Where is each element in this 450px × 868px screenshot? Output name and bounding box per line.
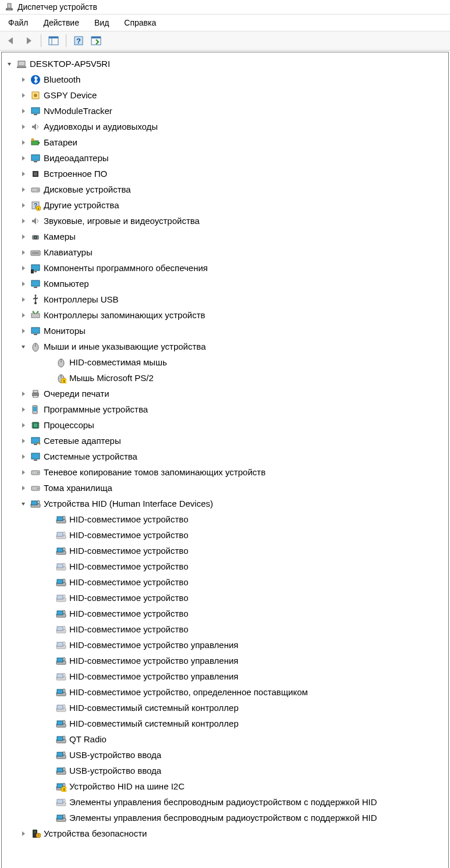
tree-device[interactable]: HID-совместимое устройство [3,543,447,558]
expander-icon[interactable] [20,831,30,837]
tree-category[interactable]: Компьютер [3,276,447,291]
tree-category[interactable]: Сетевые адаптеры [3,433,447,449]
tree-category[interactable]: Контроллеры запоминающих устройств [3,307,447,323]
expander-icon[interactable] [20,77,30,83]
tree-category[interactable]: Программные устройства [3,401,447,417]
tree-device[interactable]: HID-совместимое устройство [3,621,447,637]
tree-category[interactable]: Встроенное ПО [3,166,447,182]
tree-category[interactable]: Мыши и иные указывающие устройства [3,339,447,354]
tree-device[interactable]: Элементы управления беспроводным радиоус… [3,810,447,826]
menu-view[interactable]: Вид [92,17,111,29]
tree-category[interactable]: Устройства безопасности [3,826,447,841]
expander-icon[interactable] [20,391,30,397]
expander-icon[interactable] [20,344,30,350]
tree-category[interactable]: Контроллеры USB [3,291,447,307]
tree-device[interactable]: HID-совместимый системный контроллер [3,716,447,731]
expander-icon[interactable] [20,501,30,507]
hid-dim-icon [55,639,67,651]
tree-category[interactable]: Системные устройства [3,449,447,464]
tree-category[interactable]: NvModuleTracker [3,103,447,119]
expander-icon[interactable] [20,281,30,287]
tree-category[interactable]: Тома хранилища [3,480,447,496]
tree-category[interactable]: Теневое копирование томов запоминающих у… [3,464,447,480]
tree-device[interactable]: USB-устройство ввода [3,747,447,763]
tree-category[interactable]: Компоненты программного обеспечения [3,260,447,276]
expander-icon[interactable] [20,218,30,224]
tree-category[interactable]: Bluetooth [3,72,447,87]
svg-rect-87 [57,548,63,552]
svg-point-109 [63,657,65,661]
svg-rect-41 [34,287,37,288]
tree-category[interactable]: Очереди печати [3,386,447,401]
expander-icon[interactable] [20,438,30,444]
expander-icon[interactable] [6,61,16,67]
svg-point-85 [63,532,65,535]
tree-root[interactable]: DESKTOP-AP5V5RI [3,56,447,72]
expander-icon[interactable] [20,187,30,193]
tree-device[interactable]: HID-совместимое устройство [3,527,447,543]
tree-device[interactable]: HID-совместимое устройство управления [3,668,447,684]
expander-icon[interactable] [20,469,30,475]
expander-icon[interactable] [20,328,30,334]
expander-icon[interactable] [20,454,30,460]
expander-icon[interactable] [20,202,30,208]
expander-icon[interactable] [20,234,30,240]
expander-icon[interactable] [20,155,30,161]
network-icon [30,435,41,447]
titlebar: Диспетчер устройств [0,0,450,15]
tree-device[interactable]: HID-совместимое устройство управления [3,637,447,653]
expander-icon[interactable] [20,124,30,130]
expander-icon[interactable] [20,407,30,412]
tree-category[interactable]: Батареи [3,134,447,150]
node-label: HID-совместимое устройство [69,546,189,556]
expander-icon[interactable] [20,108,30,114]
tree-category[interactable]: GSPY Device [3,87,447,103]
tree-category[interactable]: Устройства HID (Human Interface Devices) [3,496,447,511]
menu-file[interactable]: Файл [6,17,30,29]
back-button[interactable] [3,33,19,48]
tree-category[interactable]: Мониторы [3,323,447,339]
tree-category[interactable]: ?!Другие устройства [3,197,447,213]
expander-icon[interactable] [20,171,30,177]
forward-button[interactable] [21,33,36,48]
tree-device[interactable]: HID-совместимая мышь [3,354,447,370]
device-tree[interactable]: DESKTOP-AP5V5RIBluetoothGSPY DeviceNvMod… [1,52,449,868]
tree-device[interactable]: HID-совместимый системный контроллер [3,700,447,716]
tree-device[interactable]: !Устройство HID на шине I2C [3,778,447,794]
tree-category[interactable]: Аудиовходы и аудиовыходы [3,119,447,134]
tree-device[interactable]: USB-устройство ввода [3,763,447,778]
tree-category[interactable]: Видеоадаптеры [3,150,447,166]
svg-rect-40 [31,280,40,286]
expander-icon[interactable] [20,485,30,491]
tree-device[interactable]: HID-совместимое устройство [3,590,447,606]
help-button[interactable]: ? [71,33,86,48]
show-hide-tree-button[interactable] [46,33,61,48]
tree-device[interactable]: HID-совместимое устройство управления [3,653,447,668]
tree-device[interactable]: Элементы управления беспроводным радиоус… [3,794,447,810]
node-label: HID-совместимое устройство [69,609,189,618]
menu-action[interactable]: Действие [41,17,82,29]
tree-device[interactable]: HID-совместимое устройство [3,574,447,590]
expander-icon[interactable] [20,250,30,255]
svg-rect-102 [57,627,63,631]
tree-device[interactable]: QT Radio [3,731,447,747]
tree-category[interactable]: Звуковые, игровые и видеоустройства [3,213,447,229]
tree-category[interactable]: Камеры [3,229,447,244]
tree-device[interactable]: !Мышь Microsoft PS/2 [3,370,447,386]
tree-category[interactable]: Дисковые устройства [3,182,447,197]
tree-category[interactable]: Процессоры [3,417,447,433]
tree-category[interactable]: Клавиатуры [3,244,447,260]
tree-device[interactable]: HID-совместимое устройство [3,558,447,574]
tree-device[interactable]: HID-совместимое устройство [3,606,447,621]
hid-dim-icon [55,702,67,714]
expander-icon[interactable] [20,140,30,145]
scan-hardware-button[interactable] [88,33,104,48]
expander-icon[interactable] [20,422,30,428]
expander-icon[interactable] [20,312,30,318]
expander-icon[interactable] [20,265,30,271]
expander-icon[interactable] [20,297,30,303]
expander-icon[interactable] [20,93,30,98]
menu-help[interactable]: Справка [122,17,158,29]
tree-device[interactable]: HID-совместимое устройство, определенное… [3,684,447,700]
tree-device[interactable]: HID-совместимое устройство [3,511,447,527]
